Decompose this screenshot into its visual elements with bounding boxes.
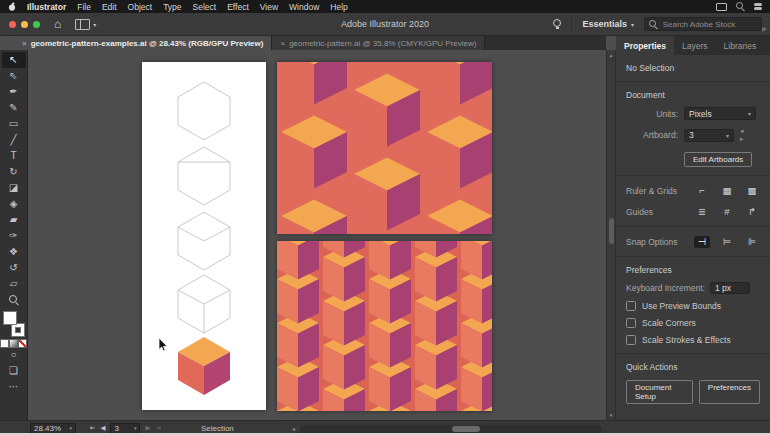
snap-to-pixel-button[interactable]: ⊨: [719, 236, 735, 248]
zoom-window-button[interactable]: [33, 21, 40, 28]
paintbrush-tool[interactable]: ╱: [2, 132, 26, 148]
minimize-window-button[interactable]: [21, 21, 28, 28]
step-1-hexagon[interactable]: [178, 82, 230, 140]
artboard-prev-next-icons[interactable]: ◂ ▸: [740, 127, 760, 143]
zoom-tool[interactable]: [2, 292, 26, 308]
zoom-level-dropdown[interactable]: 28.43% ▾: [30, 423, 76, 434]
step-4-cube-wireframe[interactable]: [178, 275, 230, 333]
rotate-tool[interactable]: ↻: [2, 164, 26, 180]
pen-tool[interactable]: ✒: [2, 84, 26, 100]
close-tab-icon[interactable]: ×: [280, 39, 285, 48]
previous-artboard-button[interactable]: ◀: [100, 424, 105, 432]
direct-selection-tool[interactable]: ⇖: [2, 68, 26, 84]
scrollbar-thumb[interactable]: [609, 218, 614, 244]
curvature-tool[interactable]: ✎: [2, 100, 26, 116]
edit-artboards-button[interactable]: Edit Artboards: [684, 152, 752, 167]
gradient-tool[interactable]: ▰: [2, 212, 26, 228]
step-3-hexagon-top-face[interactable]: [178, 212, 230, 270]
spotlight-search-icon[interactable]: [736, 2, 745, 11]
step-2-hexagon-chord[interactable]: [178, 147, 230, 205]
show-rulers-button[interactable]: ⌐: [694, 185, 710, 197]
screen-mode-button[interactable]: ❏: [2, 363, 26, 379]
scroll-up-icon[interactable]: ▴: [607, 52, 615, 58]
keyboard-increment-field[interactable]: 1 px: [710, 282, 750, 294]
scale-corners-checkbox[interactable]: [626, 318, 636, 328]
scroll-left-icon[interactable]: ◂: [292, 425, 295, 433]
menu-file[interactable]: File: [77, 2, 91, 12]
menu-edit[interactable]: Edit: [102, 2, 117, 12]
stock-search-input[interactable]: [661, 19, 757, 30]
drawing-modes-button[interactable]: ○: [2, 347, 26, 363]
fill-swatch[interactable]: [4, 312, 16, 324]
tab-geometric-pattern-examples[interactable]: × geometric-pattern-examples.ai @ 28.43%…: [14, 36, 272, 50]
lock-guides-button[interactable]: #: [719, 206, 735, 218]
preferences-button[interactable]: Preferences: [699, 380, 760, 404]
tools-panel: ↖ ⇖ ✒ ✎ ▭ ╱ T ↻ ◪ ◈ ▰ ✑ ❖ ↺ ▱ ○ ❏ ⋯: [0, 50, 28, 420]
width-tool[interactable]: ◈: [2, 196, 26, 212]
tab-properties[interactable]: Properties: [616, 36, 674, 55]
artboard-tool[interactable]: ▱: [2, 276, 26, 292]
pattern-artboard-small-cubes[interactable]: [277, 241, 492, 411]
rotate-view-tool[interactable]: ↺: [2, 260, 26, 276]
tab-label: geometric-pattern.ai @ 35.8% (CMYK/GPU P…: [289, 39, 476, 48]
tab-libraries[interactable]: Libraries: [716, 36, 765, 55]
eyedropper-tool[interactable]: ✑: [2, 228, 26, 244]
units-dropdown[interactable]: Pixels ▾: [684, 107, 756, 120]
horizontal-scrollbar[interactable]: ◂ ▸: [300, 425, 602, 433]
discover-lightbulb-icon[interactable]: [553, 19, 561, 30]
adobe-stock-search[interactable]: [644, 17, 762, 31]
fill-stroke-swatches[interactable]: [2, 312, 26, 336]
arrange-documents-icon[interactable]: [75, 19, 90, 30]
menu-window[interactable]: Window: [289, 2, 319, 12]
rectangle-tool[interactable]: ▭: [2, 116, 26, 132]
menu-type[interactable]: Type: [163, 2, 181, 12]
snap-to-point-button[interactable]: ⊫: [744, 236, 760, 248]
show-guides-button[interactable]: ≣: [694, 206, 710, 218]
type-tool[interactable]: T: [2, 148, 26, 164]
workspace-switcher[interactable]: Essentials ▾: [582, 19, 634, 29]
scale-strokes-effects-row: Scale Strokes & Effects: [626, 335, 760, 345]
last-artboard-button[interactable]: ⇥: [155, 424, 160, 432]
arrange-documents-chevron-icon[interactable]: ▾: [93, 21, 96, 28]
close-window-button[interactable]: [9, 21, 16, 28]
menu-app-name[interactable]: Illustrator: [27, 2, 66, 12]
cube-steps-artboard[interactable]: [142, 62, 266, 410]
menu-select[interactable]: Select: [193, 2, 217, 12]
gradient-mode-button[interactable]: [10, 340, 17, 347]
tab-layers[interactable]: Layers: [674, 36, 716, 55]
home-icon[interactable]: ⌂: [54, 18, 61, 30]
artboard-number-dropdown[interactable]: 3 ▾: [110, 423, 140, 434]
selection-tool[interactable]: ↖: [2, 52, 26, 68]
tab-geometric-pattern[interactable]: × geometric-pattern.ai @ 35.8% (CMYK/GPU…: [272, 36, 485, 50]
close-tab-icon[interactable]: ×: [22, 39, 27, 48]
make-guides-button[interactable]: ↱: [744, 206, 760, 218]
panel-scrollbar[interactable]: ▴ ▾: [606, 50, 616, 420]
canvas-area[interactable]: [28, 50, 606, 420]
menu-help[interactable]: Help: [330, 2, 347, 12]
stroke-swatch[interactable]: [12, 324, 24, 336]
menu-view[interactable]: View: [260, 2, 278, 12]
more-tools-button[interactable]: ⋯: [2, 379, 26, 395]
menu-object[interactable]: Object: [128, 2, 153, 12]
pattern-artboard-large-cubes[interactable]: [277, 62, 492, 234]
next-artboard-button[interactable]: ▶: [145, 424, 150, 432]
eraser-tool[interactable]: ◪: [2, 180, 26, 196]
scale-strokes-effects-checkbox[interactable]: [626, 335, 636, 345]
blend-tool[interactable]: ❖: [2, 244, 26, 260]
color-mode-button[interactable]: [1, 340, 8, 347]
apple-menu-icon[interactable]: [8, 2, 16, 11]
menu-effect[interactable]: Effect: [227, 2, 249, 12]
display-icon[interactable]: [716, 3, 727, 11]
first-artboard-button[interactable]: ⇤: [90, 424, 95, 432]
control-center-icon[interactable]: [754, 3, 762, 10]
scroll-down-icon[interactable]: ▾: [607, 412, 615, 418]
artboard-dropdown[interactable]: 3 ▾: [684, 129, 734, 142]
document-setup-button[interactable]: Document Setup: [626, 380, 693, 404]
step-5-colored-cube[interactable]: [178, 337, 230, 395]
show-transparency-grid-button[interactable]: ▩: [744, 185, 760, 197]
snap-to-grid-button[interactable]: ⊣: [694, 236, 710, 248]
scrollbar-thumb[interactable]: [452, 426, 480, 432]
none-mode-button[interactable]: [19, 340, 26, 347]
show-grid-button[interactable]: ▦: [719, 185, 735, 197]
use-preview-bounds-checkbox[interactable]: [626, 301, 636, 311]
